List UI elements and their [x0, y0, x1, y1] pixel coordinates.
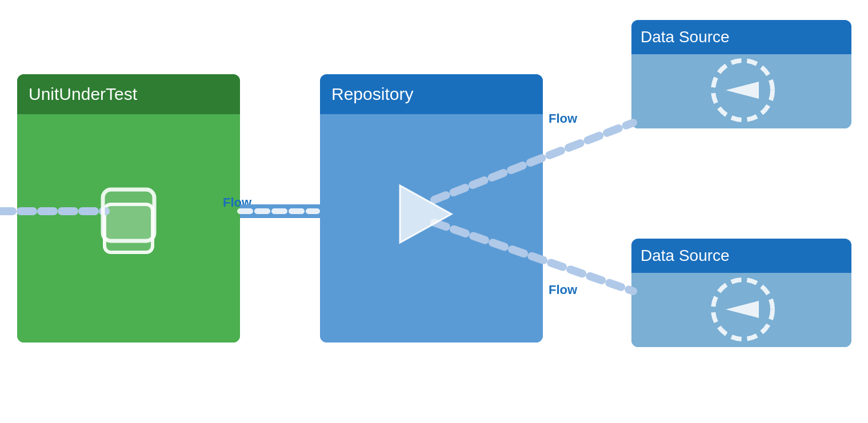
dashed-line-to-bottom-source [434, 223, 633, 291]
diagram-svg: .dashed-line { stroke: #b0c9e8; stroke-w… [0, 0, 868, 423]
unit-square-icon-svg [103, 190, 154, 241]
diagram-container: UnitUnderTest Repository Data Source Dat… [0, 0, 868, 423]
dashed-line-to-top-source [434, 123, 633, 200]
data-source-top-arrow [726, 82, 759, 99]
data-source-bottom-arrow [726, 301, 759, 318]
